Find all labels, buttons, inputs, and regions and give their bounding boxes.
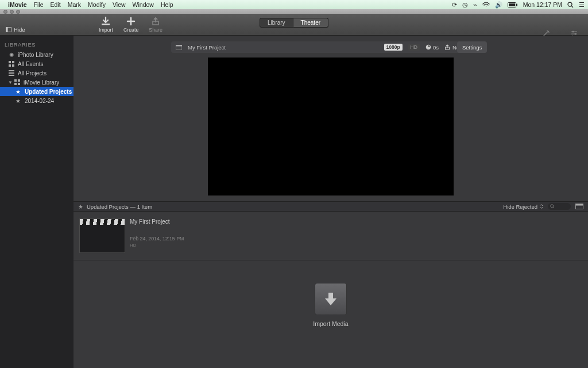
clip-res-badge: HD xyxy=(130,243,184,248)
browser-header: ★ Updated Projects — 1 Item Hide Rejecte… xyxy=(74,201,588,212)
menu-mark[interactable]: Mark xyxy=(68,1,81,8)
share-icon xyxy=(444,44,450,50)
clip-info: My First Project Feb 24, 2014, 12:15 PM … xyxy=(130,218,184,253)
clip-title[interactable]: My First Project xyxy=(130,218,184,225)
svg-rect-15 xyxy=(12,64,14,67)
project-thumbnail[interactable] xyxy=(79,218,125,253)
settings-button[interactable]: Settings xyxy=(457,41,487,53)
sidebar-item-label: All Projects xyxy=(18,70,47,76)
svg-rect-24 xyxy=(176,45,182,47)
svg-rect-18 xyxy=(9,75,14,76)
sidebar-item-date[interactable]: ★ 2014-02-24 xyxy=(0,96,74,105)
share-icon xyxy=(150,16,161,26)
svg-rect-11 xyxy=(6,28,8,32)
svg-rect-22 xyxy=(18,83,20,85)
svg-rect-12 xyxy=(9,61,11,63)
sidebar-item-label: Updated Projects xyxy=(25,89,72,95)
import-media-button[interactable] xyxy=(315,283,347,315)
volume-icon[interactable]: 🔊 xyxy=(495,1,502,9)
sidebar-item-label: All Events xyxy=(18,61,43,67)
sidebar-item-updated-projects[interactable]: ★ Updated Projects xyxy=(0,87,74,96)
svg-rect-14 xyxy=(9,64,11,67)
import-media-label: Import Media xyxy=(313,320,348,327)
bluetooth-icon[interactable]: ⌁ xyxy=(473,1,477,8)
tab-library[interactable]: Library xyxy=(260,18,293,28)
app-menu[interactable]: iMovie xyxy=(8,1,27,8)
share-label: Share xyxy=(149,27,162,33)
library-theater-tabs: Library Theater xyxy=(260,18,328,28)
plus-icon xyxy=(126,16,136,26)
project-icon xyxy=(176,45,182,50)
import-button[interactable]: Import xyxy=(99,16,113,33)
svg-point-8 xyxy=(574,33,576,35)
clip-row: My First Project Feb 24, 2014, 12:15 PM … xyxy=(79,218,184,253)
create-label: Create xyxy=(123,27,138,33)
tab-theater[interactable]: Theater xyxy=(293,18,328,28)
search-field[interactable] xyxy=(548,203,571,210)
project-name[interactable]: My First Project xyxy=(188,44,226,51)
svg-rect-16 xyxy=(9,70,14,71)
main-body: LIBRARIES ✺ iPhoto Library All Events Al… xyxy=(0,36,588,368)
sidebar: LIBRARIES ✺ iPhoto Library All Events Al… xyxy=(0,36,74,368)
video-preview-canvas[interactable] xyxy=(208,57,454,195)
sidebar-item-label: 2014-02-24 xyxy=(25,98,54,104)
sidebar-item-label: iMovie Library xyxy=(24,79,59,86)
svg-rect-17 xyxy=(9,72,14,74)
hide-sidebar-button[interactable]: Hide xyxy=(6,26,25,33)
hide-rejected-dropdown[interactable]: Hide Rejected xyxy=(503,204,543,210)
clock-text[interactable]: Mon 12:17 PM xyxy=(523,1,562,8)
search-icon xyxy=(550,204,555,209)
svg-rect-19 xyxy=(14,79,17,82)
svg-rect-13 xyxy=(12,61,14,63)
clip-date: Feb 24, 2014, 12:15 PM xyxy=(130,236,184,241)
hide-label: Hide xyxy=(14,26,25,33)
svg-point-27 xyxy=(551,205,554,208)
clock-icon xyxy=(425,44,431,50)
sidebar-item-imovie-library[interactable]: ▼ iMovie Library xyxy=(0,78,74,87)
sync-icon[interactable]: ⟳ xyxy=(452,1,457,8)
menu-view[interactable]: View xyxy=(113,1,126,8)
star-icon: ★ xyxy=(78,204,83,210)
sidebar-item-all-events[interactable]: All Events xyxy=(0,59,74,68)
divider xyxy=(74,260,588,260)
grid-icon xyxy=(8,61,14,67)
menu-edit[interactable]: Edit xyxy=(51,1,61,8)
svg-rect-20 xyxy=(18,79,20,82)
sidebar-item-label: iPhoto Library xyxy=(18,52,53,58)
updown-icon xyxy=(539,204,543,209)
menu-help[interactable]: Help xyxy=(161,1,173,8)
clip-view-button[interactable] xyxy=(575,204,583,209)
menu-modify[interactable]: Modify xyxy=(88,1,106,8)
menu-window[interactable]: Window xyxy=(133,1,154,8)
import-icon xyxy=(100,16,111,26)
svg-point-7 xyxy=(572,31,574,33)
star-grid-icon xyxy=(14,79,20,86)
menu-file[interactable]: File xyxy=(34,1,44,8)
window-titlebar xyxy=(0,9,588,14)
down-arrow-icon xyxy=(323,290,339,308)
disclosure-triangle-icon[interactable]: ▼ xyxy=(8,80,13,85)
svg-line-4 xyxy=(571,6,573,7)
svg-rect-30 xyxy=(576,204,583,206)
sunflower-icon: ✺ xyxy=(8,52,14,58)
svg-rect-5 xyxy=(102,24,110,25)
svg-rect-21 xyxy=(14,83,17,85)
star-icon: ★ xyxy=(15,98,21,104)
sidebar-item-all-projects[interactable]: All Projects xyxy=(0,68,74,78)
battery-icon[interactable] xyxy=(508,2,518,7)
notification-center-icon[interactable]: ☰ xyxy=(579,1,585,8)
sidebar-header: LIBRARIES xyxy=(0,36,74,50)
import-label: Import xyxy=(99,27,113,33)
hd-badge: HD xyxy=(408,44,420,51)
spotlight-icon[interactable] xyxy=(567,2,574,8)
sidebar-item-iphoto[interactable]: ✺ iPhoto Library xyxy=(0,50,74,59)
wifi-icon[interactable] xyxy=(482,2,490,7)
create-button[interactable]: Create xyxy=(123,16,138,33)
timemachine-icon[interactable]: ◷ xyxy=(462,1,468,8)
window-traffic-lights[interactable] xyxy=(3,10,20,14)
star-icon: ★ xyxy=(15,89,21,95)
svg-rect-2 xyxy=(509,3,515,6)
share-button[interactable]: Share xyxy=(149,16,162,33)
import-media-zone[interactable]: Import Media xyxy=(74,283,588,327)
mac-menubar: iMovie File Edit Mark Modify View Window… xyxy=(0,0,588,9)
